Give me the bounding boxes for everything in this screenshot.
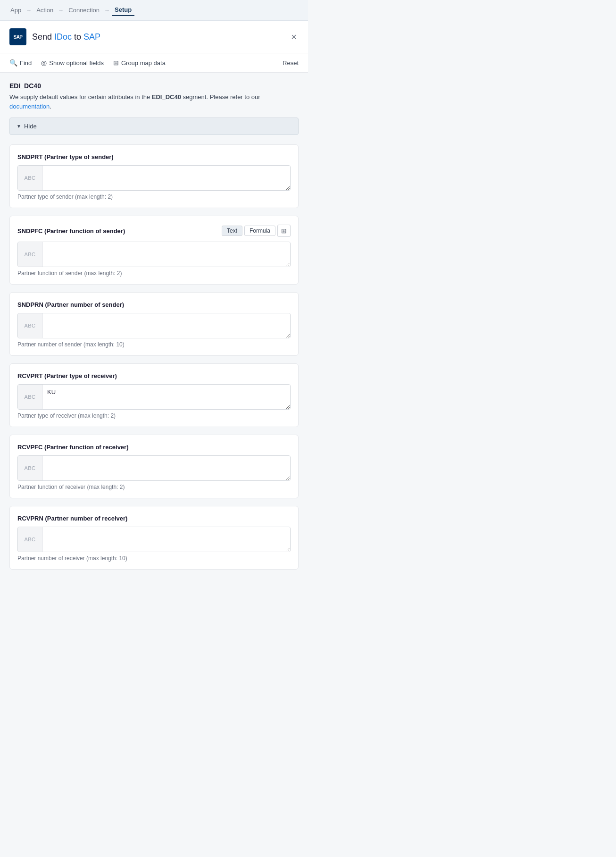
desc-start: We supply default values for certain att… [9,93,152,101]
find-button[interactable]: 🔍 Find [9,58,32,67]
section-title: EDI_DC40 [9,82,299,90]
field-mode-buttons-sndpfc: TextFormula⊞ [222,225,291,237]
group-map-button[interactable]: ⊞ Group map data [113,58,166,67]
title-prefix: Send [32,32,54,42]
field-header-sndpfc: SNDPFC (Partner function of sender)TextF… [17,225,291,237]
doc-link[interactable]: documentation [9,103,50,110]
input-textarea-sndprn[interactable] [42,313,290,338]
field-header-rcvpfc: RCVPFC (Partner function of receiver) [17,444,291,451]
input-row-rcvprt: ABC [17,384,291,410]
chevron-down-icon: ▼ [17,124,21,129]
nav-item-setup[interactable]: Setup [112,4,134,16]
input-textarea-sndprt[interactable] [42,166,290,190]
optional-label: Show optional fields [49,59,104,67]
mode-btn-formula-sndpfc[interactable]: Formula [244,226,275,236]
input-prefix-rcvprn: ABC [18,527,42,552]
field-hint-sndpfc: Partner function of sender (max length: … [17,270,291,277]
input-prefix-rcvpfc: ABC [18,456,42,480]
input-prefix-sndprt: ABC [18,166,42,190]
nav-arrow-1: → [26,7,32,14]
mode-icon-btn-sndpfc[interactable]: ⊞ [277,225,291,237]
find-icon: 🔍 [9,59,17,67]
group-icon: ⊞ [113,59,119,67]
field-hint-rcvpfc: Partner function of receiver (max length… [17,484,291,490]
input-row-sndprt: ABC [17,165,291,191]
hide-panel[interactable]: ▼ Hide [9,118,299,135]
field-label-sndprn: SNDPRN (Partner number of sender) [17,301,124,308]
fields-container: SNDPRT (Partner type of sender)ABCPartne… [9,144,299,570]
close-button[interactable]: × [289,30,299,44]
nav-arrow-2: → [58,7,64,14]
desc-bold: EDI_DC40 [152,93,181,101]
title-middle: to [72,32,83,42]
field-card-sndpfc: SNDPFC (Partner function of sender)TextF… [9,216,299,285]
input-prefix-rcvprt: ABC [18,385,42,409]
input-textarea-rcvprn[interactable] [42,527,290,552]
field-card-sndprt: SNDPRT (Partner type of sender)ABCPartne… [9,144,299,208]
field-label-rcvprt: RCVPRT (Partner type of receiver) [17,372,117,379]
header-left: SAP Send IDoc to SAP [9,28,100,45]
nav-arrow-3: → [104,7,110,14]
header-title: Send IDoc to SAP [32,32,100,42]
toolbar-left: 🔍 Find ◎ Show optional fields ⊞ Group ma… [9,58,166,67]
input-textarea-rcvpfc[interactable] [42,456,290,480]
input-row-sndpfc: ABC [17,242,291,267]
field-hint-rcvprt: Partner type of receiver (max length: 2) [17,412,291,419]
input-textarea-sndpfc[interactable] [42,242,290,267]
field-hint-sndprn: Partner number of sender (max length: 10… [17,341,291,348]
field-header-rcvprt: RCVPRT (Partner type of receiver) [17,372,291,379]
title-sap: SAP [83,32,100,42]
toolbar: 🔍 Find ◎ Show optional fields ⊞ Group ma… [0,53,308,73]
nav-item-connection[interactable]: Connection [66,5,102,16]
title-idoc: IDoc [54,32,72,42]
main-content: EDI_DC40 We supply default values for ce… [0,73,308,587]
field-hint-sndprt: Partner type of sender (max length: 2) [17,193,291,200]
field-header-sndprn: SNDPRN (Partner number of sender) [17,301,291,308]
find-label: Find [20,59,32,67]
input-textarea-rcvprt[interactable] [42,385,290,409]
nav-item-app[interactable]: App [8,5,24,16]
hide-label: Hide [24,123,37,130]
field-hint-rcvprn: Partner number of receiver (max length: … [17,555,291,562]
field-card-rcvprn: RCVPRN (Partner number of receiver)ABCPa… [9,506,299,570]
input-prefix-sndpfc: ABC [18,242,42,267]
group-label: Group map data [121,59,166,67]
input-row-rcvpfc: ABC [17,455,291,481]
mode-btn-text-sndpfc[interactable]: Text [222,226,242,236]
input-row-rcvprn: ABC [17,527,291,552]
section-description: We supply default values for certain att… [9,92,299,111]
input-prefix-sndprn: ABC [18,313,42,338]
top-nav: App → Action → Connection → Setup [0,0,308,21]
show-optional-button[interactable]: ◎ Show optional fields [41,58,104,67]
field-label-sndpfc: SNDPFC (Partner function of sender) [17,227,125,235]
field-label-rcvpfc: RCVPFC (Partner function of receiver) [17,444,129,451]
desc-period: . [50,103,51,110]
field-header-sndprt: SNDPRT (Partner type of sender) [17,153,291,160]
field-label-rcvprn: RCVPRN (Partner number of receiver) [17,515,127,522]
desc-end: segment. Please refer to our [181,93,260,101]
reset-button[interactable]: Reset [283,59,299,67]
field-card-rcvprt: RCVPRT (Partner type of receiver)ABCPart… [9,363,299,427]
field-card-rcvpfc: RCVPFC (Partner function of receiver)ABC… [9,435,299,498]
sap-logo: SAP [9,28,26,45]
field-card-sndprn: SNDPRN (Partner number of sender)ABCPart… [9,292,299,356]
input-row-sndprn: ABC [17,313,291,338]
field-label-sndprt: SNDPRT (Partner type of sender) [17,153,114,160]
field-header-rcvprn: RCVPRN (Partner number of receiver) [17,515,291,522]
page-header: SAP Send IDoc to SAP × [0,21,308,53]
nav-item-action[interactable]: Action [33,5,56,16]
optional-icon: ◎ [41,59,47,67]
